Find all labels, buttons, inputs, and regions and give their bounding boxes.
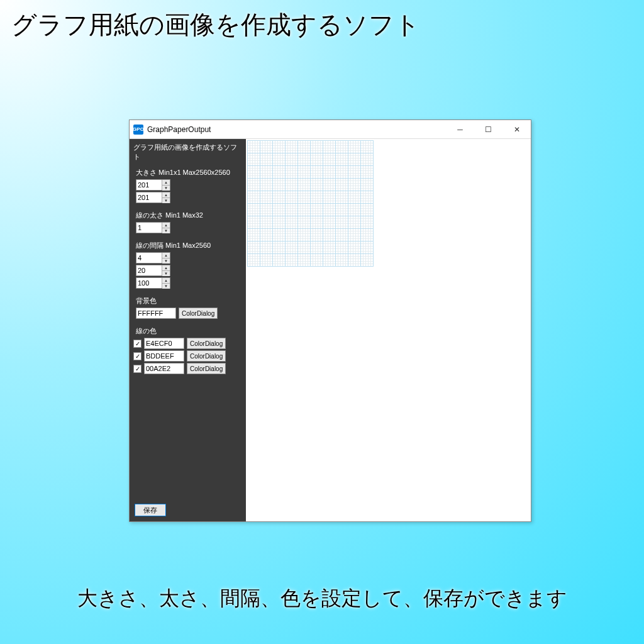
spacing1-down-icon[interactable]: ▼ [162, 258, 170, 264]
maximize-icon: ☐ [485, 125, 492, 134]
sidebar-spacer [132, 382, 243, 501]
thickness-spinner: ▲ ▼ [136, 222, 170, 233]
thickness-up-icon[interactable]: ▲ [162, 223, 170, 228]
spacing2-spinner: ▲ ▼ [136, 265, 170, 276]
app-window: GPO GraphPaperOutput ─ ☐ ✕ グラフ用紙の画像を作成する… [129, 119, 531, 522]
spacing1-input[interactable] [136, 253, 162, 263]
spacing3-input[interactable] [136, 278, 162, 288]
spacing2-down-icon[interactable]: ▼ [162, 271, 170, 276]
linecolor-group: 線の色 ✓ ColorDialog ✓ ColorDialog ✓ ColorD… [132, 326, 243, 375]
close-icon: ✕ [514, 125, 520, 134]
page-title: グラフ用紙の画像を作成するソフト [11, 8, 420, 42]
sidebar: グラフ用紙の画像を作成するソフト 大きさ Min1x1 Max2560x2560… [130, 139, 246, 521]
thickness-input[interactable] [136, 223, 162, 233]
thickness-label: 線の太さ Min1 Max32 [136, 211, 240, 220]
spacing1-up-icon[interactable]: ▲ [162, 253, 170, 258]
height-spinner: ▲ ▼ [136, 192, 170, 203]
minimize-icon: ─ [457, 125, 463, 134]
graph-paper-preview [247, 140, 374, 267]
sidebar-heading: グラフ用紙の画像を作成するソフト [132, 142, 243, 163]
linecolor1-input[interactable] [144, 338, 184, 349]
spacing2-input[interactable] [136, 265, 162, 275]
page-footer: 大きさ、太さ、間隔、色を設定して、保存ができます [0, 585, 644, 613]
app-icon: GPO [133, 125, 143, 135]
linecolor2-checkbox[interactable]: ✓ [133, 352, 142, 360]
maximize-button[interactable]: ☐ [474, 120, 502, 138]
linecolor2-input[interactable] [144, 350, 184, 362]
window-title: GraphPaperOutput [147, 125, 446, 134]
close-button[interactable]: ✕ [502, 120, 531, 138]
height-input[interactable] [136, 192, 162, 203]
spacing1-spinner: ▲ ▼ [136, 252, 170, 264]
size-label: 大きさ Min1x1 Max2560x2560 [136, 168, 240, 177]
spacing3-up-icon[interactable]: ▲ [162, 278, 170, 284]
preview-area [246, 139, 531, 521]
linecolor1-dialog-button[interactable]: ColorDialog [187, 338, 226, 349]
graph-border [247, 140, 374, 267]
bgcolor-dialog-button[interactable]: ColorDialog [179, 308, 218, 319]
graph-major-grid [247, 140, 374, 267]
width-down-icon[interactable]: ▼ [162, 186, 170, 191]
minimize-button[interactable]: ─ [446, 120, 474, 138]
spacing-label: 線の間隔 Min1 Max2560 [136, 241, 240, 250]
window-body: グラフ用紙の画像を作成するソフト 大きさ Min1x1 Max2560x2560… [130, 139, 531, 521]
linecolor3-dialog-button[interactable]: ColorDialog [187, 363, 226, 374]
thickness-group: 線の太さ Min1 Max32 ▲ ▼ [132, 211, 243, 235]
linecolor3-checkbox[interactable]: ✓ [133, 365, 142, 373]
spacing3-down-icon[interactable]: ▼ [162, 284, 170, 289]
bgcolor-input[interactable] [136, 308, 176, 319]
thickness-down-icon[interactable]: ▼ [162, 228, 170, 233]
titlebar: GPO GraphPaperOutput ─ ☐ ✕ [130, 120, 531, 139]
height-up-icon[interactable]: ▲ [162, 192, 170, 198]
bgcolor-label: 背景色 [136, 296, 240, 306]
spacing3-spinner: ▲ ▼ [136, 277, 170, 289]
size-group: 大きさ Min1x1 Max2560x2560 ▲ ▼ ▲ [132, 168, 243, 204]
width-spinner: ▲ ▼ [136, 179, 170, 191]
height-down-icon[interactable]: ▼ [162, 198, 170, 203]
linecolor-label: 線の色 [133, 326, 242, 336]
linecolor3-input[interactable] [144, 363, 184, 374]
spacing-group: 線の間隔 Min1 Max2560 ▲ ▼ ▲ [132, 241, 243, 290]
width-input[interactable] [136, 180, 162, 190]
window-controls: ─ ☐ ✕ [446, 120, 531, 138]
save-button[interactable]: 保存 [135, 504, 166, 516]
width-up-icon[interactable]: ▲ [162, 180, 170, 186]
spacing2-up-icon[interactable]: ▲ [162, 265, 170, 271]
linecolor1-checkbox[interactable]: ✓ [133, 340, 142, 348]
bgcolor-group: 背景色 ColorDialog [132, 296, 243, 320]
linecolor2-dialog-button[interactable]: ColorDialog [187, 350, 226, 362]
